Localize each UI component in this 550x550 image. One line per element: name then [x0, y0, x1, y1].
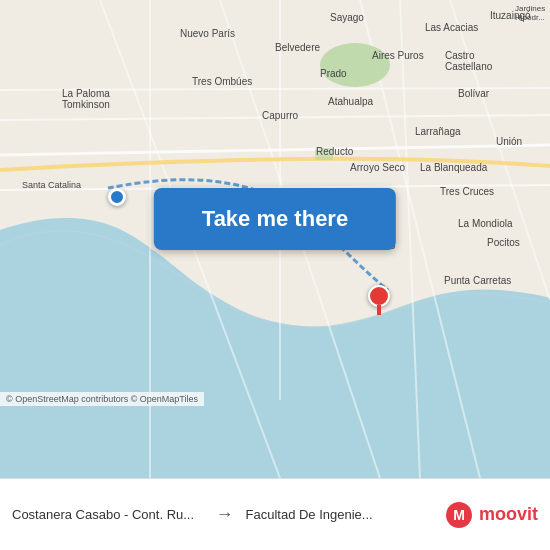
copyright-bar: © OpenStreetMap contributors © OpenMapTi… — [0, 392, 204, 406]
route-info: Costanera Casabo - Cont. Ru... → Faculta… — [12, 504, 437, 525]
svg-point-12 — [320, 43, 390, 87]
moovit-logo-icon: M — [445, 501, 473, 529]
map-container[interactable]: Sayago Nuevo París Belvedere Prado Aires… — [0, 0, 550, 478]
svg-text:M: M — [453, 507, 465, 523]
copyright-text: © OpenStreetMap contributors © OpenMapTi… — [6, 394, 198, 404]
route-arrow-icon: → — [216, 504, 234, 525]
svg-rect-13 — [315, 148, 333, 160]
from-stop: Costanera Casabo - Cont. Ru... — [12, 507, 204, 522]
app: Sayago Nuevo París Belvedere Prado Aires… — [0, 0, 550, 550]
destination-marker — [368, 285, 390, 315]
pin-head — [368, 285, 390, 307]
origin-marker — [108, 188, 126, 206]
moovit-logo-text: moovit — [479, 504, 538, 525]
bottom-bar: Costanera Casabo - Cont. Ru... → Faculta… — [0, 478, 550, 550]
moovit-logo: M moovit — [445, 501, 538, 529]
pin-tail — [377, 305, 381, 315]
to-stop: Facultad De Ingenie... — [246, 507, 438, 522]
take-me-there-button[interactable]: Take me there — [154, 188, 396, 250]
